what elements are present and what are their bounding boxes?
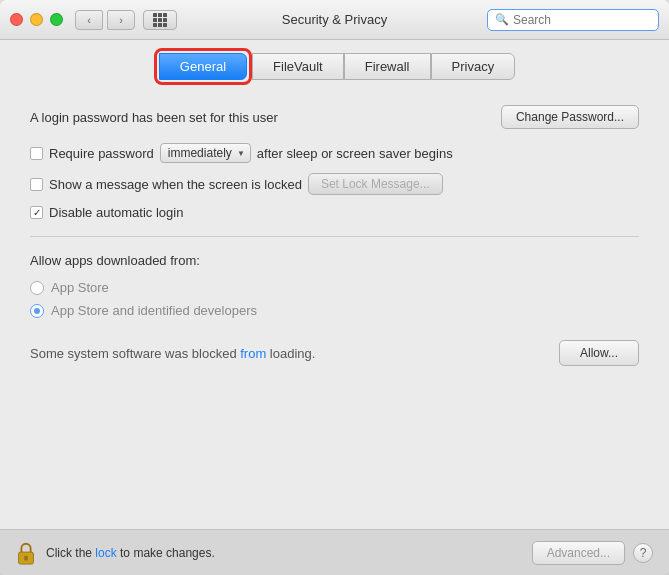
login-password-row: A login password has been set for this u… xyxy=(30,105,639,129)
maximize-button[interactable] xyxy=(50,13,63,26)
tabs-container: General FileVault Firewall Privacy xyxy=(0,40,669,89)
help-icon: ? xyxy=(640,546,647,560)
general-tab-wrapper: General xyxy=(154,48,252,85)
back-icon: ‹ xyxy=(87,14,91,26)
lock-text-after: to make changes. xyxy=(117,546,215,560)
tab-general[interactable]: General xyxy=(159,53,247,80)
blocked-link-word: from xyxy=(240,346,266,361)
password-timing-dropdown[interactable]: immediately xyxy=(160,143,251,163)
blocked-text: Some system software was blocked from lo… xyxy=(30,346,315,361)
content-area: A login password has been set for this u… xyxy=(0,89,669,529)
search-box[interactable]: 🔍 xyxy=(487,9,659,31)
change-password-button[interactable]: Change Password... xyxy=(501,105,639,129)
show-message-checkbox[interactable] xyxy=(30,178,43,191)
dropdown-value: immediately xyxy=(168,146,232,160)
show-message-label: Show a message when the screen is locked xyxy=(49,177,302,192)
app-store-radio[interactable] xyxy=(30,281,44,295)
lock-icon xyxy=(16,541,36,565)
disable-autologin-row: Disable automatic login xyxy=(30,205,639,220)
lock-link-word[interactable]: lock xyxy=(95,546,116,560)
grid-menu-button[interactable] xyxy=(143,10,177,30)
app-store-identified-radio-row: App Store and identified developers xyxy=(30,303,639,318)
disable-autologin-label: Disable automatic login xyxy=(49,205,183,220)
require-password-checkbox[interactable] xyxy=(30,147,43,160)
require-password-row: Require password immediately after sleep… xyxy=(30,143,639,163)
search-input[interactable] xyxy=(513,13,651,27)
tab-filevault[interactable]: FileVault xyxy=(252,53,344,80)
require-password-label: Require password xyxy=(49,146,154,161)
divider xyxy=(30,236,639,237)
bottom-buttons: Advanced... ? xyxy=(532,541,653,565)
grid-icon xyxy=(153,13,167,27)
forward-icon: › xyxy=(119,14,123,26)
lock-message: Click the lock to make changes. xyxy=(46,546,215,560)
search-icon: 🔍 xyxy=(495,13,509,26)
bottom-bar: Click the lock to make changes. Advanced… xyxy=(0,529,669,575)
close-button[interactable] xyxy=(10,13,23,26)
traffic-lights xyxy=(10,13,63,26)
login-password-text: A login password has been set for this u… xyxy=(30,110,278,125)
window-title: Security & Privacy xyxy=(282,12,387,27)
allow-apps-label: Allow apps downloaded from: xyxy=(30,253,639,268)
blocked-software-row: Some system software was blocked from lo… xyxy=(30,330,639,366)
tab-firewall[interactable]: Firewall xyxy=(344,53,431,80)
svg-rect-1 xyxy=(24,555,28,560)
disable-autologin-checkbox[interactable] xyxy=(30,206,43,219)
nav-buttons: ‹ › xyxy=(75,10,135,30)
app-store-identified-label: App Store and identified developers xyxy=(51,303,257,318)
lock-area: Click the lock to make changes. xyxy=(16,541,215,565)
title-bar: ‹ › Security & Privacy 🔍 xyxy=(0,0,669,40)
set-lock-message-button[interactable]: Set Lock Message... xyxy=(308,173,443,195)
allow-button[interactable]: Allow... xyxy=(559,340,639,366)
main-window: ‹ › Security & Privacy 🔍 General FileVau… xyxy=(0,0,669,575)
back-button[interactable]: ‹ xyxy=(75,10,103,30)
tab-privacy[interactable]: Privacy xyxy=(431,53,516,80)
blocked-text-after: loading. xyxy=(266,346,315,361)
app-store-radio-row: App Store xyxy=(30,280,639,295)
help-button[interactable]: ? xyxy=(633,543,653,563)
app-store-identified-radio[interactable] xyxy=(30,304,44,318)
advanced-button[interactable]: Advanced... xyxy=(532,541,625,565)
lock-text-before: Click the xyxy=(46,546,95,560)
show-message-row: Show a message when the screen is locked… xyxy=(30,173,639,195)
forward-button[interactable]: › xyxy=(107,10,135,30)
blocked-text-before: Some system software was blocked xyxy=(30,346,240,361)
minimize-button[interactable] xyxy=(30,13,43,26)
after-sleep-text: after sleep or screen saver begins xyxy=(257,146,453,161)
app-store-label: App Store xyxy=(51,280,109,295)
